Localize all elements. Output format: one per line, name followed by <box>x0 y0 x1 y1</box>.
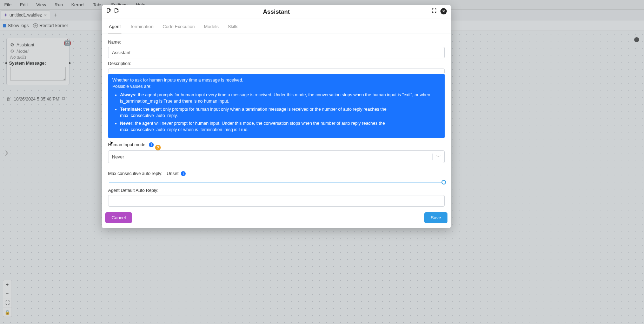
assistant-settings-modal: Assistant ✕ Agent Termination Code Execu… <box>102 5 451 228</box>
modal-header: Assistant ✕ <box>102 5 451 19</box>
info-icon-2[interactable]: i <box>181 171 186 176</box>
human-input-label: Human Input mode: <box>108 142 147 147</box>
name-input[interactable] <box>108 47 445 58</box>
tooltip-opt-never: Never: the agent will never prompt for h… <box>120 120 440 133</box>
tooltip-intro1: Whether to ask for human inputs every ti… <box>112 77 440 83</box>
export-icon[interactable] <box>114 8 119 14</box>
cancel-button[interactable]: Cancel <box>105 212 132 223</box>
tooltip-opt-terminate: Terminate: the agent only prompts for hu… <box>120 106 440 119</box>
description-label: Description: <box>108 61 445 66</box>
save-button[interactable]: Save <box>424 212 447 223</box>
max-auto-slider[interactable] <box>109 182 444 183</box>
info-icon[interactable]: i <box>149 142 154 147</box>
default-reply-label: Agent Default Auto Reply: <box>108 188 445 193</box>
tab-termination[interactable]: Termination <box>129 22 154 33</box>
modal-tabs: Agent Termination Code Execution Models … <box>102 19 451 33</box>
tooltip-intro2: Possible values are: <box>112 83 440 90</box>
human-input-select[interactable]: Never ﹀ <box>108 150 445 163</box>
chevron-down-icon: ﹀ <box>432 154 441 160</box>
modal-body: Name: Description: Whether to ask for hu… <box>102 33 451 209</box>
max-auto-value: Unset <box>167 171 179 176</box>
hint-marker-icon: ? <box>155 145 161 150</box>
close-icon[interactable]: ✕ <box>440 8 447 14</box>
modal-footer: Cancel Save <box>102 209 451 228</box>
name-label: Name: <box>108 40 445 45</box>
human-input-value: Never <box>112 154 124 160</box>
tab-models[interactable]: Models <box>203 22 219 33</box>
tab-skills[interactable]: Skills <box>227 22 239 33</box>
human-input-help-tooltip: Whether to ask for human inputs every ti… <box>108 74 445 138</box>
import-icon[interactable] <box>106 8 112 14</box>
description-input[interactable] <box>108 69 445 73</box>
tab-agent[interactable]: Agent <box>108 22 121 33</box>
max-auto-label: Max consecutive auto reply: <box>108 171 162 176</box>
slider-thumb[interactable] <box>441 180 446 184</box>
mouse-cursor-icon: ➤ <box>109 140 114 145</box>
modal-title: Assistant <box>263 8 290 15</box>
tooltip-opt-always: Always: the agent prompts for human inpu… <box>120 92 440 104</box>
default-reply-input[interactable] <box>108 195 445 207</box>
tab-code-execution[interactable]: Code Execution <box>162 22 195 33</box>
fullscreen-icon[interactable] <box>431 8 437 14</box>
